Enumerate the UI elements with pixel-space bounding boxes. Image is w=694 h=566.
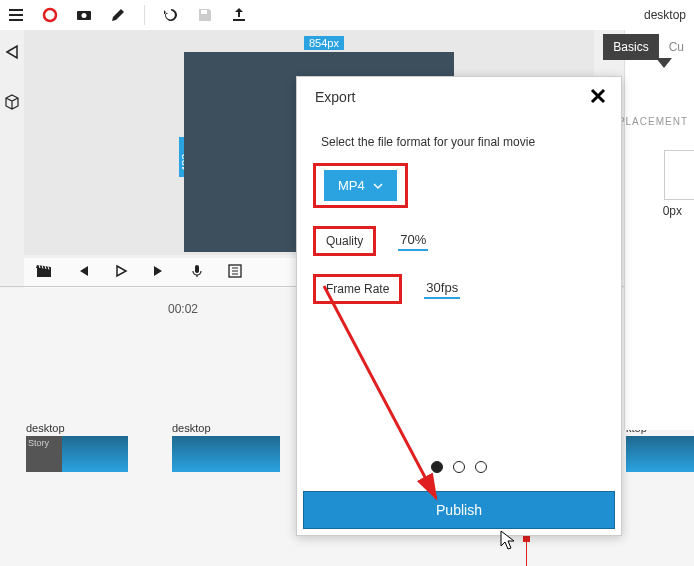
canvas-width-badge: 854px — [304, 36, 344, 50]
framerate-label: Frame Rate — [313, 274, 402, 304]
save-icon[interactable] — [197, 7, 213, 23]
svg-point-0 — [44, 9, 56, 21]
pager-dot[interactable] — [475, 461, 487, 473]
modal-title: Export — [315, 89, 603, 105]
pager-dots — [431, 461, 487, 473]
cube-icon[interactable] — [4, 94, 20, 114]
record-icon[interactable] — [42, 7, 58, 23]
format-label: MP4 — [338, 178, 365, 193]
svg-point-2 — [82, 13, 87, 18]
timeline-clip[interactable]: desktop Story — [26, 436, 128, 472]
publish-label: Publish — [436, 502, 482, 518]
left-sidebar — [0, 36, 24, 114]
timeline-clip[interactable]: ktop — [626, 436, 694, 472]
clip-story-segment: Story — [26, 436, 62, 472]
menu-icon[interactable] — [8, 7, 24, 23]
quality-value[interactable]: 70% — [398, 232, 428, 251]
placement-heading: PLACEMENT — [618, 116, 688, 127]
placement-value: 0px — [663, 204, 682, 218]
clip-label: desktop — [172, 422, 211, 434]
properties-panel: Basics Cu PLACEMENT 0px — [624, 30, 694, 430]
tab-indicator-arrow — [656, 58, 672, 68]
modal-prompt: Select the file format for your final mo… — [321, 135, 603, 149]
mic-icon[interactable] — [190, 264, 204, 282]
project-name: desktop — [644, 8, 686, 22]
current-time: 00:02 — [168, 302, 198, 316]
tab-basics[interactable]: Basics — [603, 34, 658, 60]
framerate-value[interactable]: 30fps — [424, 280, 460, 299]
svg-rect-5 — [195, 265, 199, 273]
properties-tabs: Basics Cu — [603, 34, 694, 60]
tab-custom[interactable]: Cu — [659, 34, 694, 60]
chevron-down-icon — [373, 181, 383, 191]
play-icon[interactable] — [114, 264, 128, 282]
toolbar-separator — [144, 5, 145, 25]
clip-label: desktop — [26, 422, 65, 434]
pager-dot[interactable] — [431, 461, 443, 473]
export-icon[interactable] — [231, 7, 247, 23]
timeline-clip[interactable]: desktop — [172, 436, 280, 472]
notes-icon[interactable] — [228, 264, 242, 282]
pager-dot[interactable] — [453, 461, 465, 473]
format-dropdown[interactable]: MP4 — [324, 170, 397, 201]
clapperboard-icon[interactable] — [36, 263, 52, 283]
quality-label: Quality — [313, 226, 376, 256]
playhead-marker[interactable] — [526, 538, 527, 566]
history-icon[interactable] — [163, 7, 179, 23]
main-toolbar: desktop — [0, 0, 694, 30]
placement-preview — [664, 150, 694, 200]
prev-icon[interactable] — [76, 264, 90, 282]
svg-rect-3 — [201, 10, 207, 14]
close-icon[interactable] — [589, 87, 607, 109]
publish-button[interactable]: Publish — [303, 491, 615, 529]
export-modal: Export Select the file format for your f… — [296, 76, 622, 536]
share-icon[interactable] — [4, 44, 20, 64]
highlight-box-format: MP4 — [313, 163, 408, 208]
camera-icon[interactable] — [76, 7, 92, 23]
next-icon[interactable] — [152, 264, 166, 282]
pencil-icon[interactable] — [110, 7, 126, 23]
